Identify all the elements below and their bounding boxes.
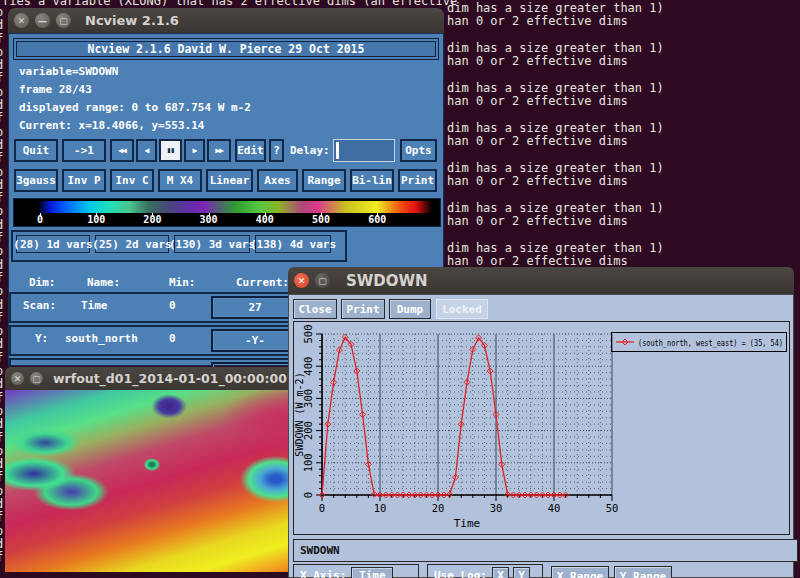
- dim-min: 0: [169, 332, 176, 345]
- dim-header: Dim:: [29, 276, 56, 289]
- frame-readout: frame 28/43: [19, 83, 92, 96]
- dump-button[interactable]: Dump: [389, 299, 431, 319]
- maximize-icon[interactable]: ▢: [30, 372, 43, 385]
- terminal-left-strip: o d f o d f o d f o d f o d f o d f o d …: [0, 6, 3, 564]
- range-button[interactable]: Range: [302, 169, 346, 192]
- text-cursor: [336, 142, 339, 159]
- invert-c-button[interactable]: Inv C: [110, 169, 154, 192]
- svg-text:50: 50: [606, 502, 619, 514]
- svg-text:30: 30: [490, 502, 503, 514]
- current-header: Current:: [236, 276, 289, 289]
- x-axis-select[interactable]: Time: [351, 567, 393, 578]
- dim-current-value[interactable]: -Y-: [211, 329, 299, 352]
- wrf-data-map[interactable]: [5, 390, 293, 572]
- vars-4d-button[interactable]: (138) 4d vars: [255, 235, 331, 253]
- restore-icon[interactable]: ▢: [315, 273, 330, 288]
- goto-frame-button[interactable]: ->1: [62, 139, 106, 162]
- map-window: ✕ ▢ wrfout_d01_2014-01-01_00:00:00: [5, 367, 293, 572]
- plot-window-titlebar[interactable]: ✕ ▢ SWDOWN: [288, 267, 794, 294]
- use-log-group: Use Log: X Y: [427, 564, 543, 578]
- linear-button[interactable]: Linear: [206, 169, 253, 192]
- dim-min: 0: [169, 299, 176, 312]
- ncview-titlebar[interactable]: ✕ — ▢ Ncview 2.1.6: [8, 8, 444, 33]
- svg-text:20: 20: [432, 502, 445, 514]
- rewind-icon[interactable]: ◀◀: [110, 139, 134, 162]
- range-readout: displayed range: 0 to 687.754 W m-2: [19, 101, 251, 114]
- colorbar-gradient: [38, 201, 432, 213]
- print-button[interactable]: Print: [398, 169, 437, 192]
- current-readout: Current: x=18.4066, y=553.14: [19, 119, 204, 132]
- x-range-button[interactable]: X Range: [551, 566, 609, 578]
- print-button[interactable]: Print: [341, 299, 385, 319]
- plot-window: ✕ ▢ SWDOWN Close Print Dump Locked 01020…: [288, 267, 794, 578]
- vars-1d-button[interactable]: (28) 1d vars: [16, 235, 90, 253]
- help-button[interactable]: ?: [269, 139, 284, 162]
- axes-button[interactable]: Axes: [257, 169, 298, 192]
- close-icon[interactable]: ✕: [294, 273, 309, 288]
- var-buttons-frame: (28) 1d vars (25) 2d vars (130) 3d vars …: [11, 230, 347, 262]
- window-title: wrfout_d01_2014-01-01_00:00:00: [53, 371, 287, 386]
- min-header: Min:: [169, 276, 196, 289]
- bilin-button[interactable]: Bi-lin: [350, 169, 394, 192]
- y-range-button[interactable]: Y Range: [614, 566, 672, 578]
- svg-text:40: 40: [548, 502, 561, 514]
- close-icon[interactable]: ✕: [14, 13, 29, 28]
- terminal-output: dim has a size greater than 1)han 0 or 2…: [447, 2, 664, 282]
- magnify-button[interactable]: M X4: [158, 169, 202, 192]
- minimize-icon[interactable]: —: [35, 13, 50, 28]
- vars-2d-button[interactable]: (25) 2d vars: [95, 235, 169, 253]
- name-header: Name:: [87, 276, 120, 289]
- svg-text:SWDOWN (W m-2): SWDOWN (W m-2): [294, 372, 305, 456]
- svg-text:0: 0: [319, 502, 325, 514]
- colormap-button[interactable]: 3gauss: [14, 169, 58, 192]
- svg-text:10: 10: [374, 502, 387, 514]
- plot-message-box: SWDOWN: [293, 539, 798, 562]
- opts-button[interactable]: Opts: [400, 139, 437, 162]
- svg-text:500: 500: [302, 325, 314, 344]
- window-title: Ncview 2.1.6: [85, 13, 179, 28]
- edit-button[interactable]: Edit: [235, 139, 266, 162]
- window-title: SWDOWN: [346, 272, 428, 290]
- dim-current-value[interactable]: 27: [211, 296, 299, 319]
- log-x-toggle[interactable]: X: [492, 567, 509, 578]
- log-y-toggle[interactable]: Y: [513, 567, 530, 578]
- step-forward-icon[interactable]: ▶: [184, 139, 205, 162]
- plot-message-text: SWDOWN: [300, 544, 340, 557]
- svg-text:0: 0: [302, 492, 314, 498]
- plot-window-body: Close Print Dump Locked 0102030405001002…: [288, 294, 794, 578]
- variable-readout: variable=SWDOWN: [19, 65, 118, 78]
- map-window-titlebar[interactable]: ✕ ▢ wrfout_d01_2014-01-01_00:00:00: [5, 367, 293, 390]
- quit-button[interactable]: Quit: [14, 139, 58, 162]
- use-log-label: Use Log:: [434, 569, 487, 578]
- plot-frame: 010203040500100200300400500TimeSWDOWN (W…: [293, 321, 790, 535]
- fast-forward-icon[interactable]: ▶▶: [207, 139, 231, 162]
- ncview-header-text: Ncview 2.1.6 David W. Pierce 29 Oct 2015: [88, 42, 365, 56]
- step-back-icon[interactable]: ◀: [136, 139, 157, 162]
- close-icon[interactable]: ✕: [11, 372, 24, 385]
- svg-text:(south_north, west_east) = (35: (south_north, west_east) = (35, 54): [638, 337, 783, 348]
- swdown-line-chart[interactable]: 010203040500100200300400500TimeSWDOWN (W…: [294, 322, 789, 534]
- delay-input[interactable]: [333, 139, 395, 162]
- close-button[interactable]: Close: [293, 299, 337, 319]
- dim-name[interactable]: south_north: [65, 332, 138, 345]
- dim-name[interactable]: Time: [81, 299, 108, 312]
- delay-label: Delay:: [290, 144, 330, 157]
- pause-icon[interactable]: ▮▮: [159, 139, 182, 162]
- vars-3d-button[interactable]: (130) 3d vars: [174, 235, 250, 253]
- colorbar[interactable]: 0100200300400500600: [13, 198, 441, 227]
- svg-text:Time: Time: [454, 517, 481, 530]
- dim-label: Y:: [35, 332, 48, 345]
- x-axis-label: X Axis:: [300, 569, 346, 578]
- ncview-header: Ncview 2.1.6 David W. Pierce 29 Oct 2015: [13, 38, 439, 60]
- invert-p-button[interactable]: Inv P: [62, 169, 106, 192]
- x-axis-group: X Axis: Time: [293, 564, 419, 578]
- maximize-icon[interactable]: ▢: [56, 13, 71, 28]
- dim-label: Scan:: [23, 299, 56, 312]
- locked-button[interactable]: Locked: [436, 299, 488, 319]
